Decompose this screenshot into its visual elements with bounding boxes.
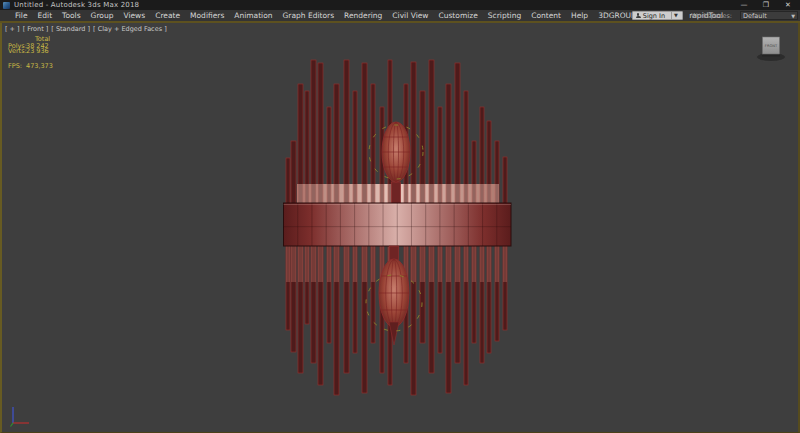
menu-item-views[interactable]: Views — [118, 11, 150, 20]
workspaces-label: Workspaces: — [691, 12, 732, 20]
rod-tint — [503, 246, 507, 282]
rod-tint — [438, 246, 442, 282]
upper-bulb-stem[interactable] — [392, 182, 401, 204]
vp-menu-renderer[interactable]: [ Standard ] — [51, 25, 90, 33]
viewport-label: [ + ][ Front ][ Standard ][ Clay + Edged… — [5, 25, 167, 33]
rod-tint — [487, 246, 491, 282]
rod-tint — [362, 246, 367, 282]
menu-item-scripting[interactable]: Scripting — [483, 11, 526, 20]
rod-tint — [353, 246, 357, 282]
menu-bar: FileEditToolsGroupViewsCreateModifiersAn… — [0, 10, 800, 21]
model-chandelier[interactable] — [284, 60, 512, 395]
menu-item-civil-view[interactable]: Civil View — [387, 11, 433, 20]
application-window: Untitled - Autodesk 3ds Max 2018 — ❐ ✕ F… — [0, 0, 800, 433]
menu-item-customize[interactable]: Customize — [433, 11, 482, 20]
sign-in-button[interactable]: Sign In ▼ — [632, 11, 683, 20]
menu-item-file[interactable]: File — [10, 11, 33, 20]
menu-item-rendering[interactable]: Rendering — [339, 11, 387, 20]
rod-tint — [472, 246, 476, 282]
rod-tint — [495, 246, 499, 282]
menu-item-modifiers[interactable]: Modifiers — [185, 11, 229, 20]
rod-tint — [371, 246, 375, 282]
rod-tint — [291, 246, 296, 282]
axis-y-icon — [11, 423, 14, 427]
viewcube-front-label: FRONT — [765, 44, 778, 48]
stats-verts-row: Verts:23 936 — [8, 49, 53, 55]
viewport-front[interactable]: FRONT [ + ][ Front ][ Standard ][ Clay +… — [0, 23, 800, 433]
viewcube[interactable]: FRONT — [757, 37, 786, 62]
menu-item-tools[interactable]: Tools — [57, 11, 85, 20]
rod-tint — [411, 246, 416, 282]
rod-tint — [420, 246, 425, 282]
rod-tint — [298, 246, 303, 282]
viewport-statistics: Total Polys:38 242 Verts:23 936 FPS:473,… — [8, 37, 53, 69]
rod-tint — [311, 246, 316, 282]
rod-tint — [327, 246, 331, 282]
rod-tint — [464, 246, 468, 282]
maximize-button[interactable]: ❐ — [761, 1, 771, 9]
menu-item-edit[interactable]: Edit — [33, 11, 58, 20]
viewport-canvas[interactable]: FRONT — [0, 23, 800, 433]
rod-tint — [446, 246, 451, 282]
chevron-down-icon: ▼ — [791, 13, 795, 19]
chevron-down-icon[interactable]: ▼ — [671, 12, 680, 19]
window-title: Untitled - Autodesk 3ds Max 2018 — [14, 1, 139, 9]
menu-item-graph-editors[interactable]: Graph Editors — [278, 11, 340, 20]
app-logo-icon — [3, 2, 10, 9]
workspaces-dropdown[interactable]: Default ▼ — [740, 11, 798, 20]
stats-fps-row: FPS:473,373 — [8, 64, 53, 70]
vp-menu-general[interactable]: [ + ] — [5, 25, 20, 33]
close-button[interactable]: ✕ — [783, 1, 793, 9]
minimize-button[interactable]: — — [739, 1, 749, 9]
menu-item-create[interactable]: Create — [150, 11, 185, 20]
menu-item-content[interactable]: Content — [526, 11, 566, 20]
menu-items: FileEditToolsGroupViewsCreateModifiersAn… — [10, 11, 728, 20]
menu-item-help[interactable]: Help — [566, 11, 593, 20]
rod-tint — [344, 246, 349, 282]
rod-tint — [286, 246, 290, 282]
menu-item-animation[interactable]: Animation — [229, 11, 277, 20]
axis-gizmo — [11, 407, 30, 427]
rod-tint — [305, 246, 309, 282]
rod-tint — [480, 246, 484, 282]
lower-bulb-stem[interactable] — [390, 246, 399, 260]
vp-menu-shading[interactable]: [ Clay + Edged Faces ] — [93, 25, 167, 33]
title-bar: Untitled - Autodesk 3ds Max 2018 — ❐ ✕ — [0, 0, 800, 10]
rod-tint — [334, 246, 339, 282]
rod-tint — [318, 246, 323, 282]
person-icon — [636, 13, 641, 18]
rod-tint — [455, 246, 460, 282]
menu-item-group[interactable]: Group — [86, 11, 119, 20]
rod-tint — [429, 246, 434, 282]
vp-menu-pov[interactable]: [ Front ] — [23, 25, 49, 33]
